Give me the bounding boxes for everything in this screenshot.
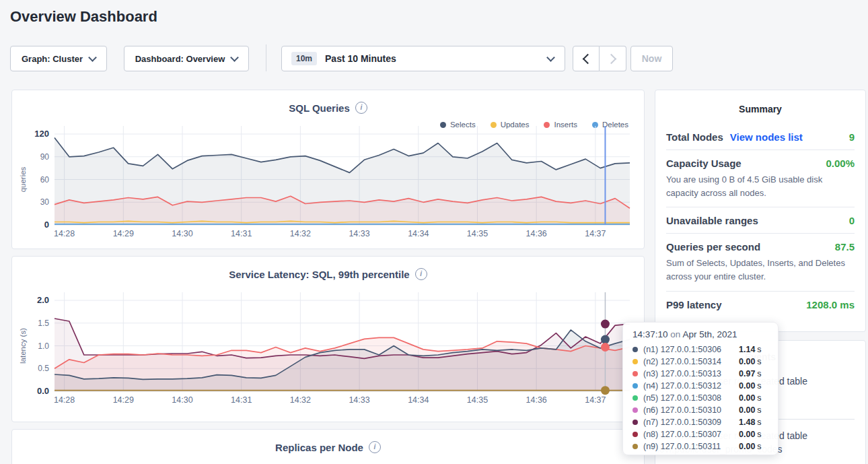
latency-unit: s (757, 405, 761, 415)
svg-text:1.5: 1.5 (38, 319, 49, 328)
node-color-dot (632, 347, 638, 352)
summary-label: Unavailable ranges (666, 215, 758, 226)
node-address: (n9) 127.0.0.1:50311 (643, 442, 739, 451)
svg-text:60: 60 (40, 175, 50, 185)
node-color-dot (632, 407, 638, 413)
latency-unit: s (757, 381, 761, 391)
summary-row: Capacity Usage0.00%You are using 0 B of … (666, 150, 855, 207)
info-icon[interactable]: i (369, 441, 381, 453)
svg-text:0.0: 0.0 (37, 386, 49, 396)
summary-value: 0.00% (826, 158, 855, 169)
latency-hover-tooltip: 14:37:10 on Apr 5th, 2021 (n1) 127.0.0.1… (622, 322, 779, 455)
svg-text:14:28: 14:28 (54, 229, 75, 238)
latency-unit: s (757, 442, 761, 451)
svg-text:14:32: 14:32 (290, 229, 311, 238)
node-color-dot (632, 395, 638, 401)
tooltip-node-row: (n2) 127.0.0.1:503140.00s (632, 356, 768, 368)
summary-label: Queries per second (666, 241, 760, 253)
node-address: (n5) 127.0.0.1:50308 (643, 393, 739, 403)
summary-title: Summary (666, 104, 855, 114)
now-button-label: Now (642, 53, 662, 64)
node-color-dot (632, 420, 638, 425)
node-address: (n7) 127.0.0.1:50309 (643, 418, 739, 427)
summary-label: P99 latency (666, 299, 722, 310)
tooltip-node-row: (n6) 127.0.0.1:503100.00s (632, 404, 768, 416)
svg-text:14:36: 14:36 (526, 229, 547, 238)
summary-row: P99 latency1208.0 ms (666, 292, 855, 317)
node-color-dot (632, 444, 638, 449)
dashboard-dropdown[interactable]: Dashboard: Overview (124, 46, 249, 71)
svg-text:14:31: 14:31 (231, 395, 252, 405)
tooltip-node-row: (n5) 127.0.0.1:503080.00s (632, 392, 768, 404)
svg-text:latency (s): latency (s) (19, 328, 27, 364)
summary-value: 9 (849, 131, 855, 143)
node-latency-value: 0.00 (739, 442, 755, 451)
latency-unit: s (757, 345, 761, 354)
time-prev-button[interactable] (573, 46, 600, 71)
svg-text:14:36: 14:36 (526, 395, 547, 405)
tooltip-node-row: (n9) 127.0.0.1:503110.00s (632, 440, 768, 453)
svg-text:14:30: 14:30 (172, 395, 192, 405)
summary-subtext: Sum of Selects, Updates, Inserts, and De… (666, 257, 855, 284)
node-latency-value: 0.00 (739, 393, 755, 403)
chevron-down-icon (230, 53, 239, 62)
time-range-label: Past 10 Minutes (325, 53, 541, 64)
chevron-left-icon (582, 53, 593, 64)
view-nodes-list-link[interactable]: View nodes list (730, 131, 803, 143)
summary-label: Total Nodes (666, 131, 723, 143)
service-latency-panel: Service Latency: SQL, 99th percentilei 0… (11, 256, 645, 422)
node-address: (n4) 127.0.0.1:50312 (643, 381, 739, 391)
node-color-dot (632, 383, 638, 389)
svg-text:14:30: 14:30 (172, 229, 192, 238)
svg-text:14:32: 14:32 (290, 395, 311, 405)
tooltip-rows: (n1) 127.0.0.1:503061.14s(n2) 127.0.0.1:… (632, 343, 768, 453)
summary-row: Queries per second87.5Sum of Selects, Up… (666, 234, 855, 291)
sql-queries-panel: SQL Queriesi SelectsUpdatesInsertsDelete… (11, 90, 645, 249)
sql-queries-chart[interactable]: 030609012014:2814:2914:3014:3114:3214:33… (12, 90, 644, 248)
svg-text:0.5: 0.5 (38, 364, 49, 373)
svg-text:14:33: 14:33 (349, 229, 369, 238)
tooltip-timestamp: 14:37:10 on Apr 5th, 2021 (632, 329, 768, 339)
time-range-dropdown[interactable]: 10m Past 10 Minutes (281, 46, 565, 71)
svg-text:14:37: 14:37 (585, 395, 606, 405)
service-latency-chart[interactable]: 0.00.51.01.52.014:2814:2914:3014:3114:32… (12, 257, 644, 422)
node-color-dot (632, 359, 638, 364)
svg-text:90: 90 (40, 152, 50, 162)
node-color-dot (632, 371, 638, 376)
svg-text:14:34: 14:34 (408, 395, 429, 405)
dashboard-dropdown-label: Dashboard: Overview (135, 54, 225, 64)
svg-text:14:34: 14:34 (408, 229, 429, 238)
summary-value: 87.5 (835, 241, 855, 253)
latency-unit: s (757, 357, 761, 366)
replicas-per-node-panel: Replicas per Nodei (11, 429, 645, 464)
svg-text:120: 120 (34, 129, 49, 139)
node-latency-value: 0.00 (739, 381, 755, 391)
svg-text:14:29: 14:29 (113, 395, 134, 405)
now-button[interactable]: Now (630, 46, 673, 71)
svg-text:14:31: 14:31 (231, 229, 252, 238)
time-nav-group (573, 46, 626, 71)
node-latency-value: 1.48 (739, 418, 755, 427)
graph-dropdown[interactable]: Graph: Cluster (10, 46, 107, 71)
svg-text:14:35: 14:35 (467, 395, 488, 405)
chevron-right-icon (606, 53, 617, 64)
summary-rows: Total NodesView nodes list9Capacity Usag… (666, 124, 855, 317)
svg-text:2.0: 2.0 (37, 295, 49, 305)
chevron-down-icon (88, 53, 97, 62)
node-address: (n2) 127.0.0.1:50314 (643, 357, 739, 366)
time-next-button[interactable] (600, 46, 626, 71)
controls-divider (266, 44, 266, 71)
summary-value: 0 (849, 215, 855, 226)
chevron-down-icon (546, 53, 555, 62)
svg-text:14:28: 14:28 (54, 395, 75, 405)
node-address: (n6) 127.0.0.1:50310 (643, 405, 739, 415)
node-latency-value: 0.97 (739, 369, 755, 378)
node-address: (n1) 127.0.0.1:50306 (643, 345, 739, 354)
latency-unit: s (757, 418, 761, 427)
tooltip-node-row: (n7) 127.0.0.1:503091.48s (632, 416, 768, 428)
svg-text:0: 0 (44, 220, 49, 230)
summary-label: Capacity Usage (666, 158, 742, 169)
tooltip-node-row: (n1) 127.0.0.1:503061.14s (632, 343, 768, 356)
graph-dropdown-label: Graph: Cluster (22, 54, 83, 64)
summary-subtext: You are using 0 B of 4.5 GiB usable disk… (666, 173, 855, 200)
